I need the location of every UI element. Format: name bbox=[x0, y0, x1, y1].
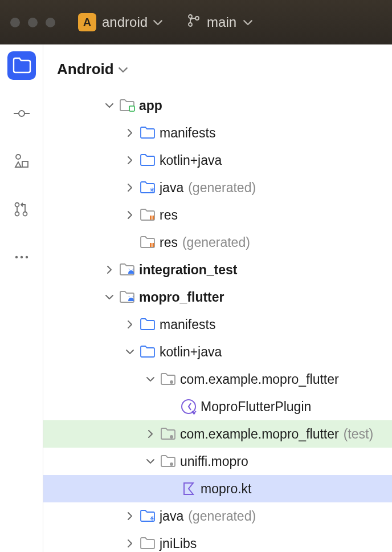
tree-item-res-generated[interactable]: res (generated) bbox=[43, 229, 392, 256]
tree-item-res[interactable]: res bbox=[43, 201, 392, 229]
project-icon: A bbox=[78, 13, 96, 31]
close-window-icon[interactable] bbox=[10, 18, 20, 27]
tool-rail bbox=[0, 44, 43, 552]
svg-point-30 bbox=[170, 462, 173, 466]
tree-label: com.example.mopro_flutter bbox=[180, 372, 339, 387]
tree-suffix: (test) bbox=[344, 427, 373, 442]
generated-folder-icon bbox=[139, 179, 156, 196]
chevron-right-icon[interactable] bbox=[123, 318, 137, 331]
package-icon bbox=[160, 453, 177, 470]
tree-item-mf-kotlin-java[interactable]: kotlin+java bbox=[43, 338, 392, 366]
folder-icon bbox=[139, 152, 156, 169]
svg-point-29 bbox=[170, 435, 173, 439]
panel-view-selector[interactable]: Android bbox=[43, 52, 392, 92]
res-folder-icon bbox=[139, 234, 156, 251]
chevron-right-icon[interactable] bbox=[103, 263, 116, 277]
branch-name: main bbox=[207, 14, 236, 30]
branch-selector[interactable]: main bbox=[187, 14, 252, 31]
folder-icon bbox=[139, 124, 156, 141]
tree-label: integration_test bbox=[139, 262, 238, 278]
zoom-window-icon[interactable] bbox=[46, 18, 55, 27]
window-controls bbox=[10, 18, 55, 27]
project-tree: app manifests kotlin+java java (generate… bbox=[43, 92, 392, 552]
tree-label: kotlin+java bbox=[160, 344, 222, 360]
tree-label: jniLibs bbox=[160, 536, 197, 551]
chevron-right-icon[interactable] bbox=[123, 537, 137, 550]
kotlin-file-icon bbox=[180, 480, 197, 497]
tree-label: mopro.kt bbox=[201, 481, 251, 497]
project-selector[interactable]: A android bbox=[78, 13, 162, 31]
tree-label: res bbox=[160, 208, 178, 223]
tree-label: res bbox=[160, 235, 178, 250]
pull-requests-tool-button[interactable] bbox=[7, 195, 36, 224]
chevron-right-icon[interactable] bbox=[123, 126, 137, 140]
minimize-window-icon[interactable] bbox=[28, 18, 38, 27]
tree-item-mf-java-gen[interactable]: java (generated) bbox=[43, 502, 392, 530]
tree-item-mopro-kt[interactable]: mopro.kt bbox=[43, 475, 392, 502]
tree-item-package-test[interactable]: com.example.mopro_flutter (test) bbox=[43, 420, 392, 448]
project-panel: Android app manifests kotlin+java bbox=[43, 44, 392, 552]
chevron-right-icon[interactable] bbox=[123, 153, 137, 167]
chevron-down-icon[interactable] bbox=[144, 372, 157, 386]
tree-suffix: (generated) bbox=[188, 180, 256, 196]
project-name: android bbox=[102, 14, 148, 30]
tree-label: uniffi.mopro bbox=[180, 454, 248, 469]
tree-item-manifests[interactable]: manifests bbox=[43, 119, 392, 147]
tree-label: manifests bbox=[160, 317, 215, 332]
branch-icon bbox=[187, 14, 200, 31]
main: Android app manifests kotlin+java bbox=[0, 44, 392, 552]
chevron-right-icon[interactable] bbox=[123, 181, 137, 194]
tree-label: com.example.mopro_flutter bbox=[180, 427, 339, 442]
tree-item-java-generated[interactable]: java (generated) bbox=[43, 174, 392, 201]
res-folder-icon bbox=[139, 206, 156, 224]
chevron-down-icon bbox=[243, 18, 252, 27]
chevron-right-icon[interactable] bbox=[123, 509, 137, 523]
folder-icon bbox=[139, 343, 156, 360]
tree-item-plugin-class[interactable]: MoproFlutterPlugin bbox=[43, 393, 392, 420]
tree-label: manifests bbox=[160, 125, 215, 141]
tree-label: kotlin+java bbox=[160, 153, 222, 168]
tree-item-uniffi[interactable]: uniffi.mopro bbox=[43, 448, 392, 475]
more-tool-button[interactable] bbox=[7, 243, 36, 271]
chevron-right-icon[interactable] bbox=[144, 427, 157, 441]
chevron-right-icon[interactable] bbox=[123, 208, 137, 222]
titlebar: A android main bbox=[0, 0, 392, 44]
kotlin-class-icon bbox=[180, 398, 197, 415]
tree-label: MoproFlutterPlugin bbox=[201, 399, 311, 415]
package-icon bbox=[160, 425, 177, 443]
chevron-down-icon[interactable] bbox=[123, 345, 137, 359]
tree-suffix: (generated) bbox=[182, 235, 250, 250]
tree-label: mopro_flutter bbox=[139, 290, 224, 305]
chevron-down-icon[interactable] bbox=[144, 454, 157, 468]
module-folder-icon bbox=[119, 97, 136, 114]
tree-label: java bbox=[160, 509, 183, 524]
chevron-down-icon bbox=[153, 18, 162, 27]
package-icon bbox=[160, 371, 177, 388]
tree-item-kotlin-java[interactable]: kotlin+java bbox=[43, 147, 392, 174]
android-folder-icon bbox=[119, 289, 136, 306]
tree-label: java bbox=[160, 180, 183, 196]
tree-item-mopro-flutter[interactable]: mopro_flutter bbox=[43, 283, 392, 311]
structure-tool-button[interactable] bbox=[7, 147, 36, 176]
svg-point-28 bbox=[170, 380, 173, 384]
tree-item-mf-manifests[interactable]: manifests bbox=[43, 311, 392, 338]
chevron-down-icon[interactable] bbox=[103, 99, 116, 112]
chevron-down-icon[interactable] bbox=[103, 290, 116, 304]
tree-label: app bbox=[139, 98, 162, 113]
tree-item-app[interactable]: app bbox=[43, 92, 392, 119]
tree-item-jnilibs[interactable]: jniLibs bbox=[43, 530, 392, 552]
chevron-down-icon bbox=[119, 60, 128, 78]
commit-tool-button[interactable] bbox=[7, 99, 36, 128]
generated-folder-icon bbox=[139, 508, 156, 525]
android-folder-icon bbox=[119, 261, 136, 278]
folder-icon bbox=[139, 316, 156, 333]
panel-title: Android bbox=[57, 60, 114, 78]
folder-icon bbox=[139, 535, 156, 552]
tree-suffix: (generated) bbox=[188, 509, 256, 524]
tree-item-package-main[interactable]: com.example.mopro_flutter bbox=[43, 366, 392, 393]
tree-item-integration-test[interactable]: integration_test bbox=[43, 256, 392, 283]
project-tool-button[interactable] bbox=[7, 51, 36, 80]
